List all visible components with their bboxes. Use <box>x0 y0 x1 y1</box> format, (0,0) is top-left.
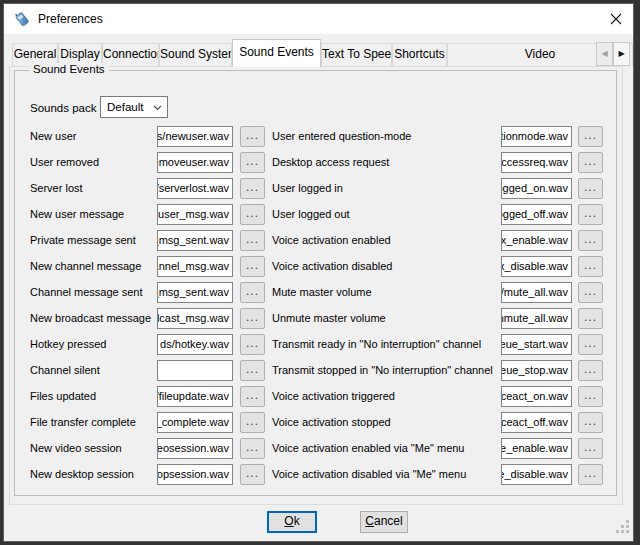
sound-file-input[interactable]: ne_disable.wav <box>501 464 572 485</box>
scroll-right-icon: ▶ <box>618 49 624 58</box>
sound-file-input[interactable]: ogged_off.wav <box>501 204 572 225</box>
browse-button[interactable]: ... <box>240 204 265 225</box>
sounds-pack-select[interactable]: Default <box>100 96 168 118</box>
browse-button[interactable]: ... <box>578 412 603 433</box>
browse-button[interactable]: ... <box>578 308 603 329</box>
sound-event-label: Hotkey pressed <box>30 334 106 355</box>
sound-event-label: Voice activation enabled via "Me" menu <box>272 438 464 459</box>
sounds-pack-label: Sounds pack <box>30 97 97 119</box>
browse-button[interactable]: ... <box>240 282 265 303</box>
groupbox-title: Sound Events <box>29 63 109 75</box>
close-button[interactable] <box>601 4 631 34</box>
sound-file-input[interactable]: accessreq.wav <box>501 152 572 173</box>
sound-file-value: s/mute_all.wav <box>501 283 568 302</box>
sound-file-input[interactable]: _msg_sent.wav <box>157 230 233 251</box>
sound-file-value: ds/hotkey.wav <box>160 335 229 354</box>
sound-file-value: _msg_sent.wav <box>157 231 229 250</box>
sound-file-input[interactable]: /user_msg.wav <box>157 204 233 225</box>
sound-file-input[interactable]: stionmode.wav <box>501 126 572 147</box>
sound-file-value: emoveuser.wav <box>157 153 229 172</box>
app-icon <box>13 10 31 28</box>
sound-file-value: s/newuser.wav <box>157 127 229 146</box>
sound-file-value: oiceact_on.wav <box>501 387 568 406</box>
tab-sound-system[interactable]: Sound System <box>159 43 232 66</box>
ok-button[interactable]: Ok <box>267 511 317 533</box>
sound-file-input[interactable]: ueue_start.wav <box>501 334 572 355</box>
sound-file-input[interactable]: deosession.wav <box>157 438 233 459</box>
sound-event-label: Private message sent <box>30 230 136 251</box>
browse-button[interactable]: ... <box>240 464 265 485</box>
tab-scroll-right-button[interactable]: ▶ <box>613 42 630 66</box>
browse-button[interactable]: ... <box>240 438 265 459</box>
sound-file-value: stionmode.wav <box>501 127 568 146</box>
sound-file-input[interactable]: s/mute_all.wav <box>501 282 572 303</box>
sound-event-label: New video session <box>30 438 122 459</box>
sound-event-label: Voice activation enabled <box>272 230 391 251</box>
sound-file-value: logged_on.wav <box>501 179 568 198</box>
browse-button[interactable]: ... <box>240 360 265 381</box>
sound-file-input[interactable]: /fileupdate.wav <box>157 386 233 407</box>
browse-button[interactable]: ... <box>578 230 603 251</box>
sound-file-input[interactable]: s/newuser.wav <box>157 126 233 147</box>
browse-button[interactable]: ... <box>578 126 603 147</box>
tab-label: General <box>14 47 57 61</box>
sound-file-value: topsession.wav <box>157 465 229 484</box>
sound-event-label: User logged in <box>272 178 343 199</box>
sound-file-input[interactable]: _msg_sent.wav <box>157 282 233 303</box>
browse-button[interactable]: ... <box>578 386 603 407</box>
sound-event-label: Channel silent <box>30 360 100 381</box>
browse-button[interactable]: ... <box>240 412 265 433</box>
sound-file-input[interactable]: /serverlost.wav <box>157 178 233 199</box>
browse-button[interactable]: ... <box>240 308 265 329</box>
tab-label: Text To Speech <box>322 47 392 61</box>
sound-file-input[interactable] <box>157 360 233 381</box>
cancel-button[interactable]: Cancel <box>360 511 408 533</box>
browse-button[interactable]: ... <box>578 334 603 355</box>
sound-file-input[interactable]: topsession.wav <box>157 464 233 485</box>
preferences-dialog: Preferences GeneralDisplayConnectionSoun… <box>3 3 634 542</box>
sound-file-input[interactable]: iceact_off.wav <box>501 412 572 433</box>
tab-text-to-speech[interactable]: Text To Speech <box>321 43 392 66</box>
sound-file-input[interactable]: ds/hotkey.wav <box>157 334 233 355</box>
resize-grip-icon[interactable] <box>616 519 629 537</box>
sound-event-label: New broadcast message <box>30 308 151 329</box>
sound-file-value: annel_msg.wav <box>157 257 229 276</box>
tab-connection[interactable]: Connection <box>102 43 159 66</box>
sound-file-input[interactable]: logged_on.wav <box>501 178 572 199</box>
browse-button[interactable]: ... <box>240 334 265 355</box>
tab-label: Sound Events <box>239 45 314 59</box>
browse-button[interactable]: ... <box>240 386 265 407</box>
browse-button[interactable]: ... <box>578 282 603 303</box>
sound-file-value: ne_disable.wav <box>501 465 568 484</box>
sound-file-input[interactable]: ne_enable.wav <box>501 438 572 459</box>
sound-file-value: accessreq.wav <box>501 153 568 172</box>
sound-event-label: Server lost <box>30 178 83 199</box>
browse-button[interactable]: ... <box>578 256 603 277</box>
browse-button[interactable]: ... <box>578 464 603 485</box>
browse-button[interactable]: ... <box>578 438 603 459</box>
browse-button[interactable]: ... <box>578 152 603 173</box>
browse-button[interactable]: ... <box>240 152 265 173</box>
sound-file-input[interactable]: oiceact_on.wav <box>501 386 572 407</box>
browse-button[interactable]: ... <box>240 178 265 199</box>
browse-button[interactable]: ... <box>240 230 265 251</box>
browse-button[interactable]: ... <box>578 178 603 199</box>
sound-file-input[interactable]: _complete.wav <box>157 412 233 433</box>
tab-sound-events[interactable]: Sound Events <box>232 39 321 67</box>
sound-file-input[interactable]: unmute_all.wav <box>501 308 572 329</box>
sound-event-label: Voice activation triggered <box>272 386 395 407</box>
browse-button[interactable]: ... <box>240 256 265 277</box>
tab-shortcuts[interactable]: Shortcuts <box>392 43 447 66</box>
sound-file-input[interactable]: ox_enable.wav <box>501 230 572 251</box>
browse-button[interactable]: ... <box>578 360 603 381</box>
sound-file-value: iceact_off.wav <box>501 413 568 432</box>
sound-file-input[interactable]: annel_msg.wav <box>157 256 233 277</box>
sound-file-input[interactable]: dcast_msg.wav <box>157 308 233 329</box>
close-icon <box>610 13 622 25</box>
browse-button[interactable]: ... <box>578 204 603 225</box>
sound-file-input[interactable]: emoveuser.wav <box>157 152 233 173</box>
sound-event-label: Voice activation stopped <box>272 412 391 433</box>
sound-file-input[interactable]: ueue_stop.wav <box>501 360 572 381</box>
sound-file-input[interactable]: ox_disable.wav <box>501 256 572 277</box>
browse-button[interactable]: ... <box>240 126 265 147</box>
